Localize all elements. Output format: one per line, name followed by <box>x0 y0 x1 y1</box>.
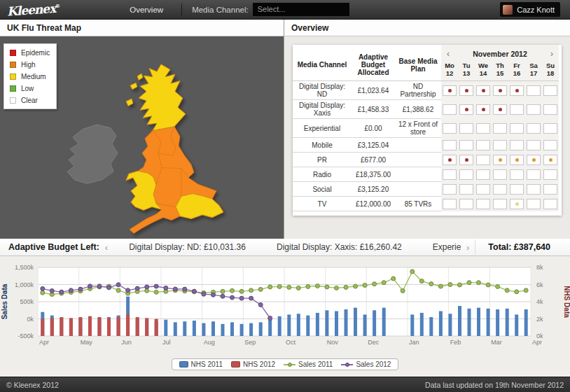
media-channel-cell: TV <box>293 197 352 211</box>
calendar-day-checkbox[interactable] <box>510 85 524 96</box>
marker-sales-2011 <box>296 286 300 290</box>
bar-nhs-2011 <box>382 308 386 336</box>
calendar-day-checkbox[interactable] <box>493 155 507 165</box>
calendar-day-checkbox[interactable] <box>493 104 507 115</box>
bar-nhs-2012 <box>155 319 158 337</box>
calendar-day-checkbox[interactable] <box>510 184 524 195</box>
calendar-day-checkbox[interactable] <box>476 199 490 209</box>
calendar-cell <box>542 138 559 153</box>
ticker-next-button[interactable]: › <box>466 242 469 253</box>
calendar-day-checkbox[interactable] <box>543 140 557 150</box>
bar-nhs-2011 <box>249 323 253 336</box>
ticker-prev-button[interactable]: ‹ <box>105 242 108 253</box>
bar-nhs-2011 <box>325 310 328 336</box>
calendar-day-checkbox[interactable] <box>543 85 557 96</box>
marker-sales-2012 <box>126 288 130 293</box>
calendar-day-checkbox[interactable] <box>527 169 541 180</box>
calendar-day-checkbox[interactable] <box>493 123 507 134</box>
calendar-day-checkbox[interactable] <box>459 155 473 165</box>
ticker-item: Digital Display: ND: £10,031.36 <box>129 242 246 252</box>
calendar-day-checkbox[interactable] <box>510 199 524 209</box>
activity-dot-red <box>515 89 519 92</box>
region-scotland[interactable] <box>139 64 186 131</box>
activity-dot-red <box>465 108 468 111</box>
marker-sales-2011 <box>277 284 281 288</box>
bar-nhs-2011 <box>458 306 461 336</box>
calendar-day-checkbox[interactable] <box>476 85 490 96</box>
calendar-day-checkbox[interactable] <box>459 184 473 195</box>
calendar-cell <box>458 81 475 100</box>
calendar-day-checkbox[interactable] <box>459 104 473 115</box>
calendar-day-checkbox[interactable] <box>476 155 490 165</box>
bar-nhs-2011 <box>306 316 310 336</box>
calendar-day-checkbox[interactable] <box>476 104 490 115</box>
calendar-day-checkbox[interactable] <box>459 85 473 96</box>
calendar-day-checkbox[interactable] <box>543 123 557 134</box>
calendar-day-checkbox[interactable] <box>443 104 457 115</box>
legend-marker <box>288 363 292 367</box>
bar-nhs-2011 <box>278 316 281 336</box>
region-southeast-england[interactable] <box>176 194 223 219</box>
calendar-day-checkbox[interactable] <box>493 85 507 96</box>
x-axis-label: Dec <box>368 339 380 346</box>
calendar-day-checkbox[interactable] <box>543 155 557 165</box>
calendar-day-checkbox[interactable] <box>443 184 457 195</box>
flu-map-panel: UK Flu Threat Map EpidemicHighMediumLowC… <box>0 20 284 239</box>
activity-dot-orange <box>532 158 536 162</box>
calendar-cell <box>458 182 475 197</box>
calendar-day-checkbox[interactable] <box>527 85 541 96</box>
marker-sales-2011 <box>458 283 462 287</box>
calendar-day-checkbox[interactable] <box>493 169 507 180</box>
calendar-day-checkbox[interactable] <box>443 85 457 96</box>
calendar-day-checkbox[interactable] <box>527 155 541 165</box>
calendar-day-checkbox[interactable] <box>476 169 490 180</box>
calendar-day-checkbox[interactable] <box>476 123 490 134</box>
calendar-day-checkbox[interactable] <box>459 169 473 180</box>
calendar-day-checkbox[interactable] <box>527 140 541 150</box>
calendar-day-checkbox[interactable] <box>443 199 457 209</box>
calendar-day-checkbox[interactable] <box>443 169 457 180</box>
calendar-day-checkbox[interactable] <box>527 184 541 195</box>
legend-swatch-medium <box>10 74 16 80</box>
bar-nhs-2011 <box>202 323 205 336</box>
budget-cell: £1,023.64 <box>352 81 395 100</box>
calendar-day-checkbox[interactable] <box>476 140 490 150</box>
right-tick-label: 4k <box>536 298 543 305</box>
calendar-cell <box>508 138 525 153</box>
calendar-day-checkbox[interactable] <box>543 199 557 209</box>
calendar-day-checkbox[interactable] <box>510 123 524 134</box>
calendar-prev-button[interactable]: ‹ <box>445 49 452 59</box>
ticker-label: Adaptive Budget Left: <box>8 242 99 252</box>
region-ireland[interactable] <box>67 125 118 183</box>
nav-overview[interactable]: Overview <box>130 6 163 14</box>
calendar-day-checkbox[interactable] <box>459 140 473 150</box>
calendar-next-button[interactable]: › <box>548 49 555 59</box>
calendar-day-checkbox[interactable] <box>493 140 507 150</box>
calendar-day-checkbox[interactable] <box>510 104 524 115</box>
calendar-day-checkbox[interactable] <box>543 104 557 115</box>
calendar-day-checkbox[interactable] <box>459 123 473 134</box>
calendar-day-checkbox[interactable] <box>493 199 507 209</box>
calendar-day-checkbox[interactable] <box>543 169 557 180</box>
marker-sales-2011 <box>41 290 45 295</box>
calendar-day-checkbox[interactable] <box>443 155 457 165</box>
calendar-day-checkbox[interactable] <box>510 140 524 150</box>
calendar-day-checkbox[interactable] <box>510 169 524 180</box>
media-channel-select[interactable]: Select... <box>253 3 349 16</box>
calendar-day-checkbox[interactable] <box>459 199 473 209</box>
calendar-day-checkbox[interactable] <box>510 155 524 165</box>
footer-last-updated: Data last updated on 19th November 2012 <box>425 381 564 389</box>
calendar-day-checkbox[interactable] <box>443 140 457 150</box>
activity-dot-red <box>499 89 502 92</box>
calendar-day-checkbox[interactable] <box>476 184 490 195</box>
calendar-day-checkbox[interactable] <box>543 184 557 195</box>
calendar-day-checkbox[interactable] <box>527 199 541 209</box>
marker-sales-2011 <box>363 284 367 288</box>
user-menu[interactable]: Cazz Knott <box>500 2 560 17</box>
calendar-day-checkbox[interactable] <box>493 184 507 195</box>
table-header-2: Base Media Plan <box>395 45 441 81</box>
calendar-day-checkbox[interactable] <box>527 104 541 115</box>
calendar-day-checkbox[interactable] <box>527 123 541 134</box>
calendar-day-checkbox[interactable] <box>443 123 457 134</box>
bar-nhs-2012 <box>107 318 111 336</box>
